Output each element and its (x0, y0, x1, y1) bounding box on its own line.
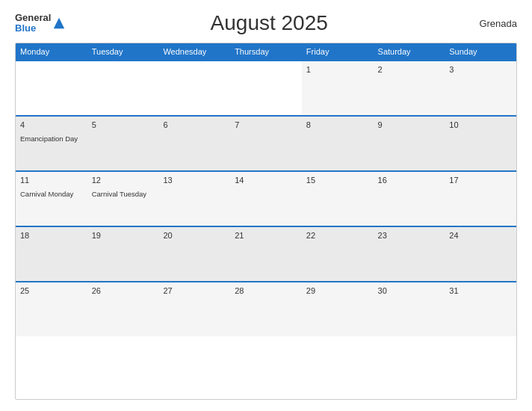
calendar-cell: 17 (445, 172, 516, 226)
cell-date: 28 (235, 286, 297, 295)
cell-date: 13 (163, 176, 226, 185)
calendar-cell: 12Carnival Tuesday (87, 172, 159, 226)
calendar-cell: 29 (302, 282, 374, 336)
cell-date: 9 (378, 120, 441, 129)
cell-date: 5 (92, 120, 155, 129)
calendar-row-2: 4Emancipation Day5678910 (16, 115, 516, 170)
calendar-cell: 3 (445, 61, 516, 115)
cell-date: 11 (20, 176, 83, 185)
page-header: General Blue August 2025 Grenada (15, 11, 517, 35)
calendar-cell: 4Emancipation Day (16, 117, 87, 170)
calendar-cell: 21 (230, 227, 302, 281)
cell-date: 19 (92, 231, 155, 240)
header-tuesday: Tuesday (87, 43, 159, 60)
logo: General Blue (15, 13, 66, 34)
calendar-cell: 5 (87, 117, 159, 170)
cell-date: 26 (92, 286, 155, 295)
cell-date: 18 (20, 231, 83, 240)
cell-date: 12 (92, 176, 155, 185)
calendar-cell (230, 61, 302, 115)
calendar-cell: 31 (445, 282, 516, 336)
cell-date: 4 (20, 120, 83, 129)
calendar-cell (158, 61, 230, 115)
cell-date: 14 (235, 176, 297, 185)
cell-event: Carnival Tuesday (92, 190, 146, 198)
cell-date: 16 (378, 176, 441, 185)
cell-date: 29 (306, 286, 369, 295)
calendar-cell: 24 (445, 227, 516, 281)
calendar-cell: 8 (302, 117, 374, 170)
cell-date: 22 (306, 231, 369, 240)
header-sunday: Sunday (445, 43, 516, 60)
calendar-grid: Monday Tuesday Wednesday Thursday Friday… (15, 43, 517, 400)
cell-date: 6 (163, 120, 226, 129)
cell-date: 10 (449, 120, 512, 129)
svg-marker-0 (54, 18, 64, 28)
calendar-header: Monday Tuesday Wednesday Thursday Friday… (16, 43, 516, 60)
calendar-cell: 27 (158, 282, 230, 336)
cell-event: Carnival Monday (20, 190, 73, 198)
calendar-cell: 10 (445, 117, 516, 170)
calendar-page: General Blue August 2025 Grenada Monday … (0, 0, 532, 411)
calendar-cell: 18 (16, 227, 87, 281)
calendar-row-3: 11Carnival Monday12Carnival Tuesday13141… (16, 170, 516, 226)
cell-date: 24 (449, 231, 512, 240)
logo-blue: Blue (15, 23, 51, 34)
calendar-cell: 28 (230, 282, 302, 336)
cell-date: 31 (449, 286, 512, 295)
cell-date: 2 (378, 65, 441, 74)
logo-icon (52, 16, 66, 30)
header-wednesday: Wednesday (158, 43, 230, 60)
cell-date: 1 (306, 65, 369, 74)
header-monday: Monday (16, 43, 87, 60)
calendar-cell: 14 (230, 172, 302, 226)
country-name: Grenada (472, 18, 517, 29)
calendar-row-1: 123 (16, 60, 516, 115)
header-saturday: Saturday (374, 43, 445, 60)
calendar-cell: 13 (158, 172, 230, 226)
calendar-cell: 30 (374, 282, 445, 336)
calendar-cell: 6 (158, 117, 230, 170)
cell-date: 23 (378, 231, 441, 240)
calendar-cell: 25 (16, 282, 87, 336)
calendar-cell (16, 61, 87, 115)
cell-date: 3 (449, 65, 512, 74)
logo-general: General (15, 13, 51, 23)
calendar-cell: 2 (374, 61, 445, 115)
calendar-cell: 26 (87, 282, 159, 336)
calendar-cell: 11Carnival Monday (16, 172, 87, 226)
calendar-cell: 23 (374, 227, 445, 281)
calendar-cell: 1 (302, 61, 374, 115)
cell-event: Emancipation Day (20, 135, 78, 143)
calendar-cell: 7 (230, 117, 302, 170)
calendar-row-4: 18192021222324 (16, 226, 516, 281)
calendar-cell: 20 (158, 227, 230, 281)
cell-date: 20 (163, 231, 226, 240)
calendar-row-5: 25262728293031 (16, 281, 516, 336)
cell-date: 30 (378, 286, 441, 295)
calendar-cell: 19 (87, 227, 159, 281)
cell-date: 25 (20, 286, 83, 295)
header-thursday: Thursday (230, 43, 302, 60)
calendar-cell: 9 (374, 117, 445, 170)
calendar-cell: 22 (302, 227, 374, 281)
month-title: August 2025 (66, 11, 472, 35)
cell-date: 7 (235, 120, 297, 129)
header-friday: Friday (302, 43, 374, 60)
cell-date: 8 (306, 120, 369, 129)
cell-date: 17 (449, 176, 512, 185)
cell-date: 27 (163, 286, 226, 295)
calendar-cell (87, 61, 159, 115)
calendar-body: 1234Emancipation Day567891011Carnival Mo… (16, 60, 516, 336)
cell-date: 21 (235, 231, 297, 240)
calendar-cell: 16 (374, 172, 445, 226)
calendar-cell: 15 (302, 172, 374, 226)
cell-date: 15 (306, 176, 369, 185)
